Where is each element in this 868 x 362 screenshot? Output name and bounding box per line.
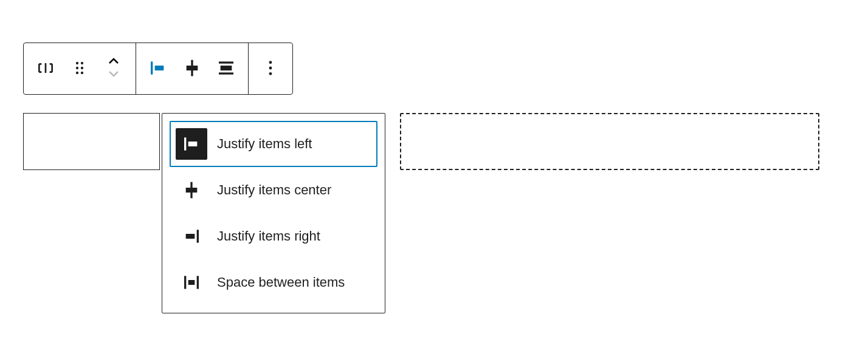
svg-rect-7 <box>151 61 153 74</box>
menu-item-label: Justify items center <box>217 182 331 198</box>
row-block-icon <box>36 58 55 80</box>
svg-rect-20 <box>186 188 198 193</box>
align-stretch-button[interactable] <box>209 43 243 94</box>
selected-block[interactable] <box>23 113 160 170</box>
menu-item-space-between[interactable]: Space between items <box>170 259 377 306</box>
svg-point-16 <box>269 72 272 75</box>
svg-point-6 <box>81 71 83 73</box>
svg-rect-10 <box>187 66 198 70</box>
align-stretch-icon <box>216 58 236 80</box>
chevron-up-icon <box>106 55 121 69</box>
svg-point-2 <box>81 61 83 64</box>
svg-point-3 <box>76 66 78 69</box>
svg-point-5 <box>76 71 78 73</box>
menu-item-label: Justify items left <box>217 136 312 152</box>
drag-icon <box>70 58 89 80</box>
align-center-icon <box>182 58 202 80</box>
svg-rect-25 <box>197 276 199 289</box>
more-vertical-icon <box>261 58 280 80</box>
placeholder-block[interactable] <box>400 113 819 170</box>
chevron-down-icon <box>106 69 121 82</box>
svg-point-1 <box>76 61 78 64</box>
toolbar-group-align <box>136 43 248 94</box>
menu-item-label: Space between items <box>217 275 345 290</box>
svg-rect-8 <box>155 66 164 70</box>
toolbar-group-block <box>24 43 136 94</box>
menu-item-justify-right[interactable]: Justify items right <box>170 213 377 259</box>
toolbar-group-more <box>248 43 292 94</box>
justify-left-icon <box>148 58 168 80</box>
svg-rect-12 <box>221 66 232 70</box>
align-middle-button[interactable] <box>175 43 209 94</box>
block-type-button[interactable] <box>29 43 63 94</box>
svg-rect-13 <box>219 72 233 74</box>
svg-rect-24 <box>188 280 195 285</box>
svg-rect-17 <box>184 137 186 150</box>
svg-point-15 <box>269 66 272 69</box>
menu-item-justify-left[interactable]: Justify items left <box>170 121 377 167</box>
block-toolbar <box>23 43 293 95</box>
svg-rect-18 <box>188 142 198 146</box>
space-between-icon <box>176 267 207 298</box>
svg-point-14 <box>269 61 272 64</box>
justify-center-icon <box>176 174 207 206</box>
justify-left-icon <box>176 128 207 160</box>
svg-point-4 <box>81 66 83 69</box>
svg-rect-22 <box>197 230 199 242</box>
more-options-button[interactable] <box>253 43 288 94</box>
menu-item-label: Justify items right <box>217 228 320 244</box>
svg-rect-23 <box>184 276 186 289</box>
move-arrows[interactable] <box>97 43 131 94</box>
drag-handle-button[interactable] <box>63 43 97 94</box>
justify-dropdown: Justify items left Justify items center … <box>162 113 385 313</box>
justify-right-icon <box>176 220 207 252</box>
svg-rect-21 <box>186 234 195 239</box>
justify-left-button[interactable] <box>141 43 175 94</box>
svg-rect-11 <box>219 61 233 63</box>
menu-item-justify-center[interactable]: Justify items center <box>170 167 377 213</box>
